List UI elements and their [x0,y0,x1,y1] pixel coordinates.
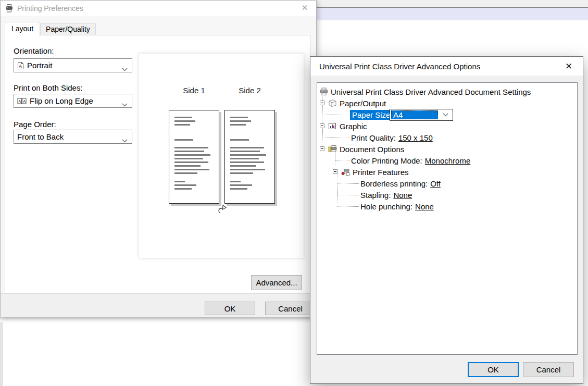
desktop: Printing Preferences ✕ Layout Paper/Qual… [0,0,588,386]
chart-icon [328,122,336,130]
both-sides-select[interactable]: A A Flip on Long Edge [14,94,132,108]
setting-label: Print Quality: [351,133,396,142]
tree-item-label: Graphic [340,122,367,131]
background-header-strip [317,8,588,20]
ok-button[interactable]: OK [205,302,255,315]
orientation-select[interactable]: A Portrait [14,58,132,72]
chevron-down-icon [122,64,128,73]
setting-value-link[interactable]: Monochrome [425,156,471,165]
orientation-label: Orientation: [14,46,54,55]
paper-size-select[interactable]: A4 [390,109,453,121]
tree-item-paper-output[interactable]: Paper/Output [317,97,577,109]
tree-item-label: Printer Features [353,168,409,177]
setting-label: Borderless printing: [360,179,428,188]
background-window-bottom-left [0,317,317,386]
tab-layout[interactable]: Layout [5,22,40,36]
both-sides-value: Flip on Long Edge [30,96,93,105]
setting-value-link[interactable]: 150 x 150 [398,133,433,142]
side1-label: Side 1 [169,86,219,95]
page-thumbnail-side2 [224,110,275,204]
cancel-button[interactable]: Cancel [523,362,574,377]
printer-icon [320,88,328,96]
orientation-value: Portrait [27,61,52,70]
paper-output-icon [328,99,337,107]
flip-rotate-icon [216,204,230,217]
tree-item-hole-punching[interactable]: Hole punching: None [317,201,577,212]
title-bar: Printing Preferences ✕ [1,1,316,16]
title-bar: Universal Print Class Driver Advanced Op… [310,57,583,76]
tree-item-label: Paper/Output [340,99,386,108]
collapse-toggle-icon[interactable] [320,101,324,105]
background-window-edge [0,322,3,386]
chevron-down-icon [122,99,128,108]
dialog-footer: OK Cancel [1,293,316,317]
close-icon[interactable]: ✕ [299,3,310,13]
document-options-icon [328,145,337,153]
flip-long-edge-icon: A A [17,97,27,105]
tree-item-graphic[interactable]: Graphic [317,120,577,132]
tree-item-paper-size[interactable]: Paper Size: A4 [317,109,577,120]
svg-text:A: A [19,64,22,69]
both-sides-label: Print on Both Sides: [14,83,83,92]
portrait-page-icon: A [17,61,24,70]
tree-item-color-printing-mode[interactable]: Color Printing Mode: Monochrome [317,155,577,166]
advanced-options-dialog: Universal Print Class Driver Advanced Op… [310,56,583,384]
svg-text:A: A [19,99,21,103]
tree-item-print-quality[interactable]: Print Quality: 150 x 150 [317,132,577,143]
setting-value-link[interactable]: None [393,191,412,200]
page-order-value: Front to Back [17,132,64,141]
side2-label: Side 2 [224,86,275,95]
advanced-button[interactable]: Advanced... [251,275,302,290]
page-thumbnail-side1 [169,110,219,204]
printer-icon [5,4,14,13]
collapse-toggle-icon[interactable] [320,146,324,151]
tree-item-label: Document Options [340,145,404,154]
tree-item-document-options[interactable]: Document Options [317,143,577,155]
tab-paper-quality[interactable]: Paper/Quality [40,23,96,35]
tree-item-stapling[interactable]: Stapling: None [317,189,577,201]
layout-tab-page: Orientation: A Portrait Print on Both Si… [5,35,310,293]
svg-text:A: A [23,99,26,103]
close-icon[interactable]: ✕ [563,61,574,72]
tree-item-label: Universal Print Class Driver Advanced Do… [331,88,531,96]
printing-preferences-dialog: Printing Preferences ✕ Layout Paper/Qual… [0,0,317,317]
background-menu-strip [317,0,588,7]
chevron-down-icon [443,113,448,117]
page-order-select[interactable]: Front to Back [14,130,132,144]
collapse-toggle-icon[interactable] [333,169,337,174]
dialog-title: Printing Preferences [17,4,83,13]
setting-value-link[interactable]: Off [430,179,441,188]
paper-size-value: A4 [391,110,438,119]
setting-label: Color Printing Mode: [351,156,422,165]
tab-strip: Layout Paper/Quality [5,23,96,35]
setting-label: Stapling: [360,191,391,200]
tree-item-borderless-printing[interactable]: Borderless printing: Off [317,178,577,189]
paper-size-label[interactable]: Paper Size: [350,110,395,120]
setting-label: Hole punching: [360,202,412,211]
page-order-label: Page Order: [14,120,56,129]
printer-features-icon [341,168,350,176]
dialog-title: Universal Print Class Driver Advanced Op… [319,62,480,71]
setting-value-link[interactable]: None [415,202,434,211]
settings-tree: Universal Print Class Driver Advanced Do… [317,82,578,355]
duplex-preview-panel: Side 1 Side 2 [139,53,304,258]
chevron-down-icon [122,135,128,144]
collapse-toggle-icon[interactable] [320,123,324,128]
tree-item-printer-features[interactable]: Printer Features [317,166,577,178]
ok-button[interactable]: OK [468,362,519,377]
tree-item-root[interactable]: Universal Print Class Driver Advanced Do… [317,86,577,97]
cancel-button[interactable]: Cancel [265,302,316,315]
